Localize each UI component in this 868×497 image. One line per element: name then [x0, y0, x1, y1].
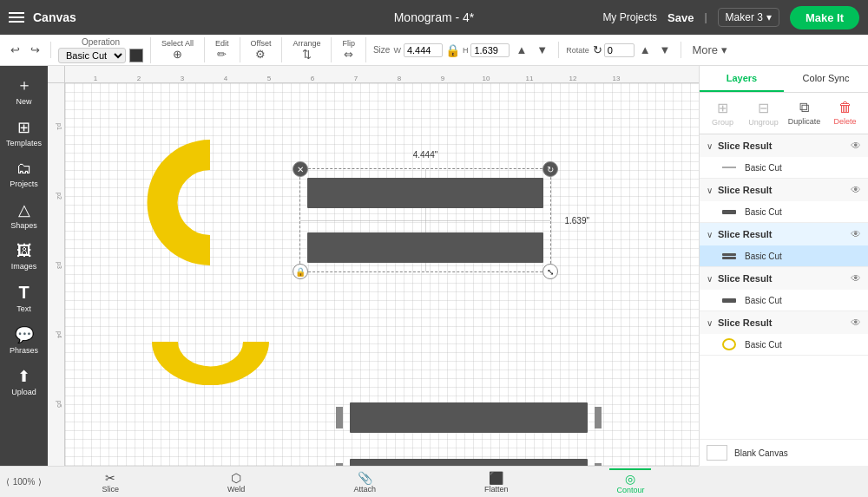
panel-actions: ⊞ Group ⊟ Ungroup ⧉ Duplicate 🗑 Delete	[700, 93, 868, 134]
hamburger-icon[interactable]	[9, 12, 24, 23]
grid-canvas[interactable]: ✕ ↻ 🔒 ⤡ 4.444" 1.639"	[65, 83, 699, 466]
ruler-tick-h-3: 3	[181, 75, 184, 82]
layer-name-4: Basic Cut	[745, 296, 782, 305]
rotate-section: Rotate ↻ ▲ ▼	[566, 42, 681, 58]
redo-button[interactable]: ↪	[27, 42, 43, 58]
handle-rotate[interactable]: ↻	[542, 161, 558, 177]
chevron-icon-1: ∨	[707, 141, 713, 151]
group-button[interactable]: ⊞ Group	[703, 96, 742, 130]
flip-section: Flip ⇔	[339, 37, 366, 62]
my-projects-link[interactable]: My Projects	[602, 11, 657, 23]
bottom-tool-flatten[interactable]: ⬛ Flatten	[477, 469, 516, 495]
operation-dropdown[interactable]: Basic Cut	[58, 48, 126, 63]
group-icon: ⊞	[717, 100, 728, 116]
app-title: Canvas	[33, 10, 76, 24]
canvas-area[interactable]: 1 2 3 4 5 6 7 8 9 10 11 12 13 p1 p2 p3 p…	[48, 66, 699, 466]
bottom-toolbar: ✂ Slice ⬡ Weld 📎 Attach ⬛ Flatten ◎ Cont…	[48, 466, 699, 497]
sidebar-item-new[interactable]: ＋ New	[0, 69, 48, 111]
ruler-corner	[48, 66, 65, 83]
bottom-tool-contour[interactable]: ◎ Contour	[609, 468, 651, 496]
horizontal-ruler: 1 2 3 4 5 6 7 8 9 10 11 12 13	[65, 66, 699, 83]
layer-item-2[interactable]: Basic Cut	[700, 201, 868, 222]
sidebar-item-shapes[interactable]: △ Shapes	[0, 195, 48, 235]
handle-close[interactable]: ✕	[293, 161, 308, 177]
visibility-icon-4[interactable]: 👁	[851, 272, 861, 284]
layer-group-header-2[interactable]: ∨ Slice Result 👁	[700, 179, 868, 201]
layer-item-1[interactable]: Basic Cut	[700, 157, 868, 178]
rotate-stepper-down[interactable]: ▼	[656, 42, 674, 58]
sidebar-item-projects-label: Projects	[10, 180, 38, 188]
ruler-tick-h-9: 9	[441, 75, 444, 82]
layer-title-1: Slice Result	[718, 141, 845, 151]
selected-group[interactable]: ✕ ↻ 🔒 ⤡ 4.444" 1.639"	[299, 168, 551, 272]
layer-group-header-5[interactable]: ∨ Slice Result 👁	[700, 311, 868, 334]
layer-item-4[interactable]: Basic Cut	[700, 290, 868, 311]
bottom-tool-attach[interactable]: 📎 Attach	[346, 469, 383, 495]
save-button[interactable]: Save	[667, 11, 694, 24]
layer-thumb-1	[720, 161, 738, 173]
layer-group-5: ∨ Slice Result 👁 Basic Cut	[700, 311, 868, 356]
phrases-icon: 💬	[15, 325, 34, 344]
select-all-button[interactable]: Select All ⊕	[158, 37, 197, 62]
doc-title: Monogram - 4*	[394, 10, 475, 24]
yellow-arch-bottom	[143, 298, 278, 385]
size-stepper-up[interactable]: ▲	[512, 42, 530, 58]
width-input[interactable]	[404, 43, 443, 57]
arrange-button[interactable]: Arrange ⇅	[289, 37, 324, 62]
layer-name-1: Basic Cut	[745, 163, 782, 173]
duplicate-icon: ⧉	[799, 100, 809, 115]
layer-group-header-3[interactable]: ∨ Slice Result 👁	[700, 223, 868, 245]
layer-item-5[interactable]: Basic Cut	[700, 334, 868, 355]
slice-icon: ✂	[105, 471, 115, 485]
visibility-icon-3[interactable]: 👁	[851, 228, 861, 240]
handle-scale[interactable]: ⤡	[542, 264, 558, 279]
sidebar-item-templates[interactable]: ⊞ Templates	[0, 113, 48, 153]
chevron-icon-5: ∨	[707, 318, 713, 328]
right-panel: Layers Color Sync ⊞ Group ⊟ Ungroup ⧉ Du…	[699, 66, 868, 466]
sidebar-item-projects[interactable]: 🗂 Projects	[0, 154, 48, 193]
ruler-tick-v-1: p1	[56, 123, 62, 130]
ungroup-button[interactable]: ⊟ Ungroup	[744, 96, 783, 130]
tab-layers[interactable]: Layers	[700, 66, 784, 92]
maker-selector[interactable]: Maker 3 ▾	[718, 8, 779, 27]
visibility-icon-1[interactable]: 👁	[851, 140, 861, 152]
size-section: Size W 🔒 H ▲ ▼	[373, 42, 559, 58]
tab-color-sync[interactable]: Color Sync	[784, 66, 868, 92]
make-it-button[interactable]: Make It	[790, 6, 859, 29]
height-input[interactable]	[470, 43, 510, 57]
visibility-icon-5[interactable]: 👁	[851, 317, 861, 329]
bottom-tool-weld-label: Weld	[227, 485, 245, 494]
edit-section: Edit ✏	[212, 37, 240, 62]
delete-button[interactable]: 🗑 Delete	[825, 96, 865, 130]
zoom-bar: ⟨ 100% ⟩	[0, 466, 48, 497]
undo-button[interactable]: ↩	[7, 42, 23, 58]
rotate-input[interactable]	[604, 43, 635, 57]
vertical-ruler: p1 p2 p3 p4 p5	[48, 83, 65, 466]
bottom-tool-attach-label: Attach	[353, 485, 376, 494]
operation-color-swatch[interactable]	[129, 49, 143, 62]
sidebar-item-upload[interactable]: ⬆ Upload	[0, 362, 48, 402]
layer-item-3[interactable]: Basic Cut	[700, 245, 868, 266]
bottom-tool-weld[interactable]: ⬡ Weld	[220, 469, 252, 495]
rotate-stepper-up[interactable]: ▲	[636, 42, 654, 58]
zoom-forward-icon[interactable]: ⟩	[38, 477, 42, 487]
operation-section: Operation Basic Cut	[58, 37, 151, 63]
flip-button[interactable]: Flip ⇔	[339, 37, 358, 62]
edit-button[interactable]: Edit ✏	[212, 37, 233, 62]
layer-group-header-4[interactable]: ∨ Slice Result 👁	[700, 267, 868, 290]
offset-button[interactable]: Offset ⚙	[247, 37, 275, 62]
sidebar-item-phrases[interactable]: 💬 Phrases	[0, 320, 48, 360]
more-button[interactable]: More ▾	[688, 42, 730, 58]
size-stepper-down[interactable]: ▼	[533, 42, 551, 58]
new-icon: ＋	[16, 75, 32, 95]
sidebar-item-text[interactable]: T Text	[0, 278, 48, 318]
layer-name-3: Basic Cut	[745, 252, 782, 261]
layer-group-header-1[interactable]: ∨ Slice Result 👁	[700, 134, 868, 157]
zoom-back-icon[interactable]: ⟨	[6, 477, 10, 487]
visibility-icon-2[interactable]: 👁	[851, 184, 861, 196]
handle-lock[interactable]: 🔒	[293, 264, 308, 279]
sidebar-item-images[interactable]: 🖼 Images	[0, 237, 48, 276]
blank-canvas-row: Blank Canvas	[700, 439, 868, 466]
bottom-tool-slice[interactable]: ✂ Slice	[95, 469, 127, 495]
duplicate-button[interactable]: ⧉ Duplicate	[785, 96, 824, 130]
